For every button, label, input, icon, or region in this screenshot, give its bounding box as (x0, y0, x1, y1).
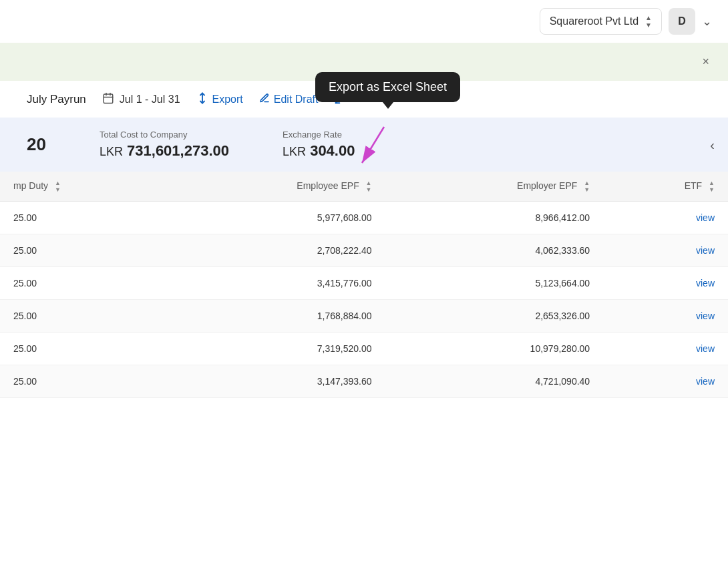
payrun-title: July Payrun (27, 93, 86, 106)
cell-employee_epf: 1,768,884.00 (162, 300, 385, 333)
tooltip-container: Export as Excel Sheet (315, 72, 460, 102)
collapse-button[interactable]: ‹ (710, 137, 715, 152)
table-row: 25.005,977,608.008,966,412.00view (0, 202, 728, 234)
col-employee-epf: Employee EPF ▲▼ (162, 172, 385, 202)
cell-etf[interactable]: view (603, 202, 728, 234)
cell-employee_epf: 3,415,776.00 (162, 267, 385, 300)
cell-stamp_duty: 25.00 (0, 333, 162, 365)
total-cost-value: LKR 731,601,273.00 (100, 142, 229, 160)
sort-arrows-icon: ▲▼ (645, 14, 652, 29)
sort-employee-epf-icon[interactable]: ▲▼ (366, 180, 372, 193)
cell-stamp_duty: 25.00 (0, 202, 162, 234)
company-name: Squareroot Pvt Ltd (550, 15, 639, 27)
cell-employer_epf: 4,062,333.60 (385, 234, 604, 267)
export-arrows-icon (196, 92, 208, 107)
cell-employee_epf: 7,319,520.00 (162, 333, 385, 365)
cell-employee_epf: 2,708,222.40 (162, 234, 385, 267)
table-row: 25.002,708,222.404,062,333.60view (0, 234, 728, 267)
cell-etf[interactable]: view (603, 234, 728, 267)
sort-etf-icon[interactable]: ▲▼ (709, 180, 715, 193)
top-bar: Squareroot Pvt Ltd ▲▼ D ⌄ (0, 0, 728, 43)
close-notification-button[interactable]: × (699, 52, 712, 71)
cell-stamp_duty: 25.00 (0, 300, 162, 333)
total-cost-item: Total Cost to Company LKR 731,601,273.00 (100, 130, 229, 160)
partial-number: 20 (27, 134, 46, 154)
chevron-left-icon: ‹ (710, 137, 715, 152)
cell-employer_epf: 10,979,280.00 (385, 333, 604, 365)
cell-stamp_duty: 25.00 (0, 267, 162, 300)
edit-draft-label: Edit Draft (274, 93, 319, 106)
avatar-button[interactable]: D (669, 8, 695, 35)
col-stamp-duty: mp Duty ▲▼ (0, 172, 162, 202)
table-body: 25.005,977,608.008,966,412.00view25.002,… (0, 202, 728, 398)
close-icon: × (702, 55, 709, 68)
total-cost-amount: 731,601,273.00 (127, 142, 229, 159)
cell-etf[interactable]: view (603, 300, 728, 333)
data-table: mp Duty ▲▼ Employee EPF ▲▼ Employer EPF … (0, 172, 728, 398)
cell-stamp_duty: 25.00 (0, 365, 162, 398)
cell-etf[interactable]: view (603, 365, 728, 398)
dropdown-arrow-icon[interactable]: ⌄ (702, 14, 712, 29)
calendar-icon (102, 92, 114, 107)
table-row: 25.001,768,884.002,653,326.00view (0, 300, 728, 333)
edit-draft-button[interactable]: Edit Draft (259, 93, 319, 106)
col-employer-epf: Employer EPF ▲▼ (385, 172, 604, 202)
date-range-text: Jul 1 - Jul 31 (120, 93, 180, 106)
cell-employer_epf: 5,123,664.00 (385, 267, 604, 300)
exchange-rate-label: Exchange Rate (283, 130, 355, 140)
total-cost-label: Total Cost to Company (100, 130, 229, 140)
tooltip-box: Export as Excel Sheet (315, 72, 460, 102)
col-stamp-duty-label: mp Duty (13, 180, 48, 191)
cell-stamp_duty: 25.00 (0, 234, 162, 267)
cell-etf[interactable]: view (603, 267, 728, 300)
table-row: 25.003,147,393.604,721,090.40view (0, 365, 728, 398)
edit-icon (259, 93, 270, 106)
svg-rect-0 (104, 94, 113, 104)
export-label: Export (212, 93, 243, 106)
data-table-container: mp Duty ▲▼ Employee EPF ▲▼ Employer EPF … (0, 172, 728, 398)
export-button[interactable]: Export (196, 92, 243, 107)
cell-employer_epf: 4,721,090.40 (385, 365, 604, 398)
cell-employer_epf: 2,653,326.00 (385, 300, 604, 333)
cell-employee_epf: 5,977,608.00 (162, 202, 385, 234)
date-range: Jul 1 - Jul 31 (102, 92, 180, 107)
col-employer-epf-label: Employer EPF (517, 180, 577, 191)
col-etf: ETF ▲▼ (603, 172, 728, 202)
sort-employer-epf-icon[interactable]: ▲▼ (584, 180, 590, 193)
company-selector[interactable]: Squareroot Pvt Ltd ▲▼ (540, 8, 662, 35)
total-cost-currency: LKR (100, 145, 123, 158)
table-row: 25.003,415,776.005,123,664.00view (0, 267, 728, 300)
cell-etf[interactable]: view (603, 333, 728, 365)
summary-row: 20 Total Cost to Company LKR 731,601,273… (0, 118, 728, 172)
exchange-rate-amount: 304.00 (310, 142, 355, 159)
cell-employee_epf: 3,147,393.60 (162, 365, 385, 398)
exchange-rate-value: LKR 304.00 (283, 142, 355, 160)
col-employee-epf-label: Employee EPF (297, 180, 359, 191)
table-row: 25.007,319,520.0010,979,280.00view (0, 333, 728, 365)
table-header-row: mp Duty ▲▼ Employee EPF ▲▼ Employer EPF … (0, 172, 728, 202)
left-partial: 20 (27, 134, 46, 155)
col-etf-label: ETF (685, 180, 702, 191)
sort-stamp-duty-icon[interactable]: ▲▼ (55, 180, 61, 193)
exchange-rate-item: Exchange Rate LKR 304.00 (283, 130, 355, 160)
cell-employer_epf: 8,966,412.00 (385, 202, 604, 234)
exchange-rate-currency: LKR (283, 145, 306, 158)
avatar-letter: D (678, 15, 686, 27)
tooltip-text: Export as Excel Sheet (329, 80, 447, 93)
